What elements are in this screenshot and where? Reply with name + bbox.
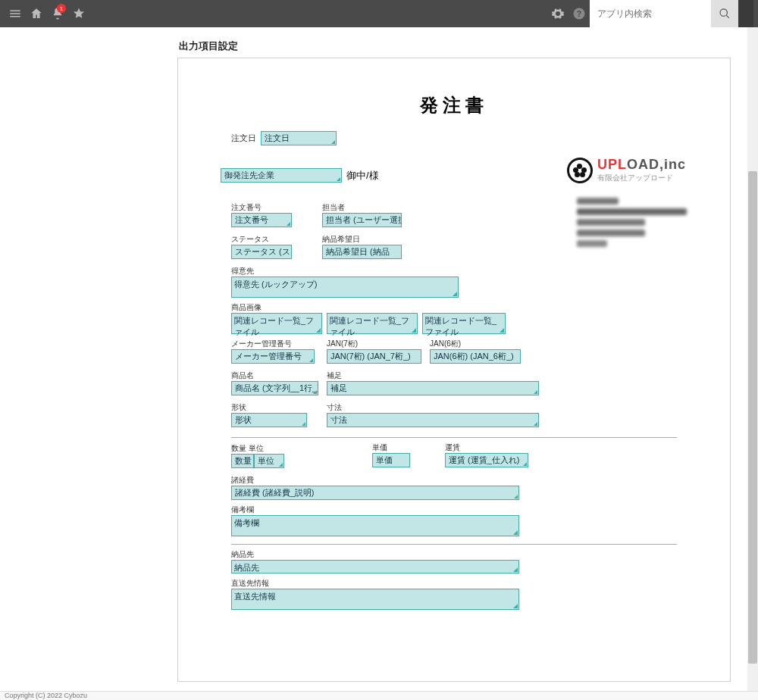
mgr-label: メーカー管理番号 bbox=[231, 339, 322, 349]
note-label: 補足 bbox=[327, 370, 677, 381]
image-label: 商品画像 bbox=[231, 302, 677, 313]
search-button[interactable] bbox=[711, 0, 738, 27]
jan6-label: JAN(6桁) bbox=[430, 339, 521, 349]
note-field[interactable]: 補足 bbox=[327, 381, 539, 395]
unit-field[interactable]: 単位 bbox=[254, 454, 284, 468]
image-field-1[interactable]: 関連レコード一覧_ファイル bbox=[231, 313, 322, 334]
price-field[interactable]: 単価 bbox=[372, 453, 410, 467]
shape-label: 形状 bbox=[231, 402, 322, 413]
logo-mark-icon bbox=[567, 158, 593, 183]
scrollbar-thumb[interactable] bbox=[748, 171, 757, 664]
search-box bbox=[590, 0, 738, 27]
menu-icon[interactable] bbox=[5, 0, 26, 27]
topbar: 1 ? bbox=[0, 0, 758, 27]
expense-label: 諸経費 bbox=[231, 475, 677, 486]
doc-title: 発注書 bbox=[231, 93, 677, 117]
blurred-address bbox=[577, 198, 691, 251]
jan7-field[interactable]: JAN(7桁) (JAN_7桁_) bbox=[327, 349, 421, 364]
panel-title: 出力項目設定 bbox=[179, 39, 758, 53]
home-icon[interactable] bbox=[26, 0, 47, 27]
logo-text-red: UPL bbox=[597, 157, 627, 172]
rep-field[interactable]: 担当者 (ユーザー選択) bbox=[322, 213, 402, 227]
status-field[interactable]: ステータス (ス bbox=[231, 245, 292, 259]
dest-label: 納品先 bbox=[231, 549, 677, 560]
status-label: ステータス bbox=[231, 234, 292, 245]
bell-icon[interactable]: 1 bbox=[47, 0, 68, 27]
jan6-field[interactable]: JAN(6桁) (JAN_6桁_) bbox=[430, 349, 521, 364]
right-tab[interactable] bbox=[738, 0, 753, 27]
dim-label: 寸法 bbox=[327, 402, 677, 413]
footer-copyright: Copyright (C) 2022 Cybozu bbox=[0, 691, 758, 700]
company-logo: UPLOAD,inc 有限会社アップロード bbox=[567, 157, 686, 183]
due-field[interactable]: 納品希望日 (納品 bbox=[322, 245, 402, 259]
image-field-2[interactable]: 関連レコード一覧_ファイル bbox=[327, 313, 418, 334]
search-input[interactable] bbox=[590, 0, 711, 27]
expense-field[interactable]: 諸経費 (諸経費_説明) bbox=[231, 486, 519, 500]
due-label: 納品希望日 bbox=[322, 234, 402, 245]
order-date-label: 注文日 bbox=[231, 133, 256, 144]
dest-field[interactable]: 納品先 bbox=[231, 560, 519, 573]
prod-label: 商品名 bbox=[231, 370, 322, 381]
dim-field[interactable]: 寸法 bbox=[327, 413, 539, 427]
customer-label: 得意先 bbox=[231, 266, 677, 277]
direct-field[interactable]: 直送先情報 bbox=[231, 589, 519, 610]
help-icon[interactable]: ? bbox=[568, 0, 590, 27]
price-label: 単価 bbox=[372, 442, 440, 453]
jan7-label: JAN(7桁) bbox=[327, 339, 425, 349]
image-field-3[interactable]: 関連レコード一覧_ファイル bbox=[422, 313, 506, 334]
unit-label: 単位 bbox=[249, 444, 264, 452]
notification-badge: 1 bbox=[57, 4, 66, 13]
ship-label: 運賃 bbox=[445, 442, 528, 453]
mgr-field[interactable]: メーカー管理番号 bbox=[231, 349, 315, 364]
logo-text-gray: OAD,inc bbox=[627, 157, 686, 172]
remarks-label: 備考欄 bbox=[231, 505, 677, 515]
prod-field[interactable]: 商品名 (文字列__1行_) bbox=[231, 381, 318, 395]
payee-suffix: 御中/様 bbox=[346, 169, 379, 183]
direct-label: 直送先情報 bbox=[231, 578, 677, 589]
gear-icon[interactable] bbox=[547, 0, 568, 27]
qty-field[interactable]: 数量 bbox=[231, 454, 254, 468]
rep-label: 担当者 bbox=[322, 202, 402, 213]
svg-text:?: ? bbox=[577, 9, 581, 18]
customer-field[interactable]: 得意先 (ルックアップ) bbox=[231, 277, 459, 298]
qty-label: 数量 bbox=[231, 444, 246, 452]
order-date-field[interactable]: 注文日 bbox=[261, 131, 337, 145]
remarks-field[interactable]: 備考欄 bbox=[231, 515, 519, 536]
ship-field[interactable]: 運賃 (運賃_仕入れ) bbox=[445, 453, 528, 467]
star-icon[interactable] bbox=[68, 0, 89, 27]
orderno-label: 注文番号 bbox=[231, 202, 292, 213]
logo-subtitle: 有限会社アップロード bbox=[597, 173, 686, 183]
orderno-field[interactable]: 注文番号 bbox=[231, 213, 292, 227]
payee-field[interactable]: 御発注先企業 bbox=[221, 168, 342, 183]
shape-field[interactable]: 形状 bbox=[231, 413, 307, 427]
scrollbar[interactable] bbox=[747, 27, 758, 691]
document-paper: 発注書 UPLOAD,inc 有限会社アップロード 注文日 注文日 御発注先企業… bbox=[177, 58, 731, 682]
